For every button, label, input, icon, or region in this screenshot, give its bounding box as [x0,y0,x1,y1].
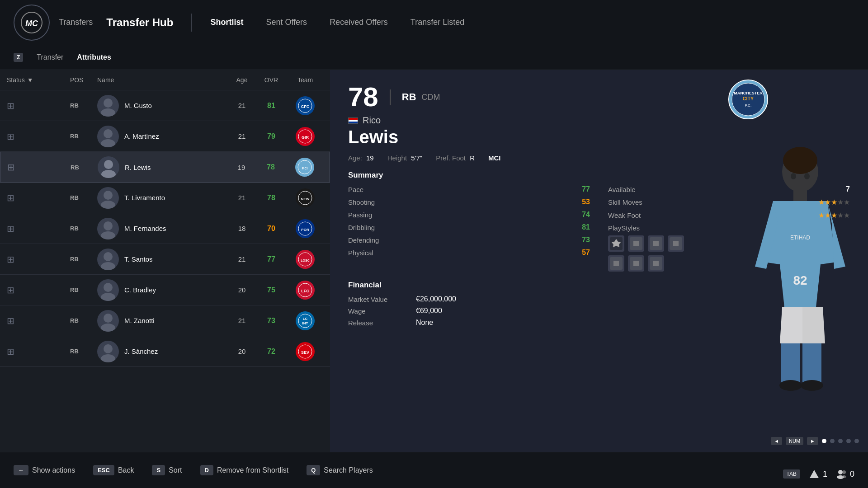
scout-icon: ⊞ [7,162,15,173]
toolbar-show-actions[interactable]: ← Show actions [14,465,75,475]
table-row[interactable]: ⊞ RB A. Martínez 21 79 GIR [0,121,330,152]
table-row[interactable]: ⊞ RB T. Livramento 21 78 NEW [0,183,330,213]
table-row[interactable]: ⊞ RB T. Santos 21 77 LOSC [0,244,330,275]
svg-point-6 [104,129,113,138]
toolbar-back[interactable]: ESC Back [93,465,134,475]
player-team-3: MCI [287,158,323,177]
playstyle-icon-6 [628,255,644,272]
svg-point-35 [104,344,113,353]
dribbling-label: Dribbling [348,224,375,231]
team-badge-porto: POR [296,219,315,238]
player-team-9: SEV [287,342,323,361]
svg-text:CITY: CITY [743,96,754,101]
table-row[interactable]: ⊞ RB J. Sánchez 20 72 SEV [0,336,330,367]
subnav-attributes[interactable]: Attributes [77,53,111,61]
svg-point-30 [104,314,113,323]
back-key: ESC [93,465,114,475]
svg-point-23 [101,262,115,270]
svg-point-31 [101,324,115,332]
nav-transfer-hub[interactable]: Transfer Hub [106,16,173,29]
list-header: Status ▼ POS Name Age OVR Team [0,70,330,90]
playstyle-icon-1 [608,235,624,252]
tab-transfer-listed[interactable]: Transfer Listed [410,18,464,27]
player-team-4: NEW [287,188,323,207]
svg-text:LC: LC [303,317,308,321]
search-label: Search Players [324,466,373,474]
player-name-1: M. Gusto [124,102,228,109]
subnav-transfer[interactable]: Transfer [37,53,63,61]
stats-left: Pace 77 Shooting 53 Passing 74 Dribbling… [348,185,590,272]
playstyle-icon-7 [648,255,664,272]
player-name-7: C. Bradley [124,286,228,294]
financial-section: Financial Market Value €26,000,000 Wage … [348,281,850,327]
nav-transfers[interactable]: Transfers [59,18,93,27]
player-status-8: ⊞ [7,315,70,326]
table-row[interactable]: ⊞ RB M. Zanotti 21 73 LC INT [0,305,330,336]
svg-text:CFC: CFC [301,104,310,109]
player-ovr-6: 77 [255,255,287,263]
financial-title: Financial [348,281,850,290]
playstyle-icon-5 [608,255,624,272]
table-row[interactable]: ⊞ RB M. Fernandes 18 70 POR [0,213,330,244]
player-age-4: 21 [228,194,255,202]
club-abbr: MCI [488,154,501,162]
scout-icon: ⊞ [7,285,14,296]
svg-point-44 [779,380,802,391]
tab-shortlist[interactable]: Shortlist [210,18,243,27]
tab-sent-offers[interactable]: Sent Offers [266,18,307,27]
svg-point-18 [104,221,113,230]
player-pos-9: RB [70,348,97,355]
defending-value: 73 [582,236,590,244]
player-pos-5: RB [70,225,97,232]
player-status-4: ⊞ [7,192,70,203]
tab-key: TAB [783,469,800,479]
svg-point-32 [298,314,312,328]
table-row[interactable]: ⊞ RB C. Bradley 20 75 LFC [0,275,330,305]
svg-point-36 [101,354,115,362]
svg-point-63 [838,470,843,474]
age-label: Age: [348,154,362,162]
stat-physical: Physical 57 [348,249,590,257]
sub-navigation: Z Transfer Attributes [0,45,868,70]
player-ovr-9: 72 [255,347,287,356]
player-age-8: 21 [228,317,255,324]
sort-label: Sort [169,466,182,474]
toolbar-search[interactable]: Q Search Players [307,465,373,475]
bottom-right-indicators: TAB 1 0 [783,469,854,479]
svg-text:NEW: NEW [301,197,310,201]
toolbar-remove[interactable]: D Remove from Shortlist [200,465,289,475]
team-badge-lfc: LFC [296,281,315,300]
tab-received-offers[interactable]: Received Offers [330,18,388,27]
svg-point-19 [101,231,115,239]
england-flag [348,117,358,124]
svg-point-22 [104,252,113,261]
svg-point-65 [842,470,846,474]
header-ovr: OVR [255,76,287,84]
market-value: €26,000,000 [416,295,456,303]
financial-wage: Wage €69,000 [348,307,850,315]
table-row[interactable]: ⊞ RB R. Lewis 19 78 MCI [0,152,330,183]
player-ovr-3: 78 [255,163,287,171]
svg-text:POR: POR [301,228,309,232]
release-value: None [416,319,433,327]
player-team-1: CFC [287,96,323,115]
stats-grid: Pace 77 Shooting 53 Passing 74 Dribbling… [348,185,850,272]
player-ovr-7: 75 [255,286,287,294]
remove-label: Remove from Shortlist [217,466,288,474]
header-status: Status ▼ [7,76,70,84]
available-label: Available [608,186,636,193]
player-status-7: ⊞ [7,285,70,296]
players-count: 0 [836,469,854,479]
svg-point-26 [104,283,113,292]
player-list: Status ▼ POS Name Age OVR Team ⊞ RB M. G… [0,70,330,452]
table-row[interactable]: ⊞ RB M. Gusto 21 81 CFC [0,90,330,121]
player-status-6: ⊞ [7,254,70,265]
svg-point-14 [104,191,113,200]
player-name-9: J. Sánchez [124,347,228,355]
pos-main: RB [402,91,416,103]
toolbar-sort[interactable]: S Sort [152,465,182,475]
player-pos-1: RB [70,102,97,109]
player-status-3: ⊞ [7,162,71,173]
weak-foot-label: Weak Foot [608,211,641,219]
team-badge-chelsea: CFC [296,96,315,115]
